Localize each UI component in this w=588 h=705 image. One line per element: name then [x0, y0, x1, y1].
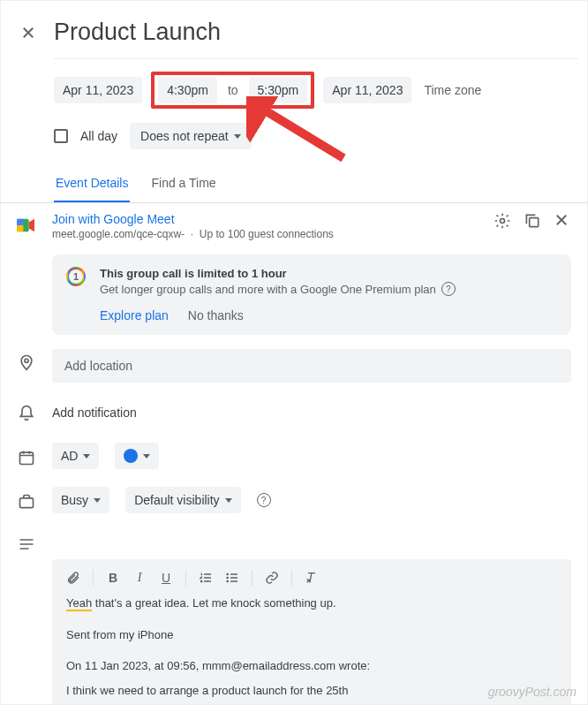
clear-formatting-icon[interactable] [305, 571, 319, 585]
svg-rect-7 [20, 498, 34, 508]
chevron-down-icon [83, 454, 90, 459]
svg-rect-6 [20, 452, 34, 464]
repeat-dropdown[interactable]: Does not repeat [130, 123, 252, 149]
location-input[interactable]: Add location [52, 349, 571, 383]
link-icon[interactable] [265, 571, 279, 585]
google-meet-icon [17, 216, 36, 235]
start-time-chip[interactable]: 4:30pm [158, 77, 217, 103]
chevron-down-icon [143, 454, 150, 459]
add-notification-button[interactable]: Add notification [52, 400, 137, 425]
copy-icon[interactable] [524, 212, 541, 230]
end-time-chip[interactable]: 5:30pm [249, 77, 308, 103]
bell-icon [17, 404, 36, 423]
to-label: to [224, 77, 242, 103]
chevron-down-icon [94, 498, 101, 503]
description-editor[interactable]: B I U Yeah that's a great idea. Let me k… [52, 559, 571, 705]
time-highlight-annotation: 4:30pm to 5:30pm [151, 72, 314, 109]
tab-find-a-time[interactable]: Find a Time [149, 165, 217, 202]
svg-point-8 [227, 573, 228, 574]
remove-meet-icon[interactable] [554, 212, 571, 230]
svg-point-10 [227, 580, 228, 581]
timezone-link[interactable]: Time zone [420, 77, 485, 103]
no-thanks-button[interactable]: No thanks [188, 308, 244, 322]
gear-icon[interactable] [494, 212, 511, 230]
allday-label: All day [80, 129, 117, 143]
tab-event-details[interactable]: Event Details [54, 165, 130, 202]
calendar-icon [17, 448, 36, 467]
start-date-chip[interactable]: Apr 11, 2023 [54, 77, 142, 103]
calendar-owner-dropdown[interactable]: AD [52, 443, 99, 469]
visibility-dropdown[interactable]: Default visibility [125, 487, 240, 513]
color-swatch [124, 449, 138, 463]
attachment-icon[interactable] [66, 571, 80, 585]
explore-plan-button[interactable]: Explore plan [100, 308, 169, 322]
banner-subtitle: Get longer group calls and more with a G… [100, 282, 456, 296]
chevron-down-icon [234, 134, 241, 139]
svg-point-3 [501, 219, 505, 224]
meet-details-text: meet.google.com/qce-cqxw- · Up to 100 gu… [52, 228, 478, 240]
briefcase-icon [17, 492, 36, 512]
description-icon [17, 534, 36, 554]
join-meet-link[interactable]: Join with Google Meet [52, 212, 478, 226]
bullet-list-icon[interactable] [225, 571, 239, 585]
banner-title: This group call is limited to 1 hour [100, 267, 456, 280]
numbered-list-icon[interactable] [199, 571, 213, 585]
italic-icon[interactable]: I [132, 571, 147, 585]
close-icon[interactable] [20, 25, 36, 41]
google-one-banner: This group call is limited to 1 hour Get… [52, 254, 571, 335]
svg-rect-1 [17, 219, 23, 225]
svg-point-5 [25, 359, 28, 362]
availability-dropdown[interactable]: Busy [52, 487, 109, 513]
svg-rect-2 [17, 225, 23, 231]
bold-icon[interactable]: B [106, 571, 120, 585]
location-icon [17, 352, 36, 372]
svg-rect-4 [530, 218, 539, 227]
help-icon[interactable]: ? [257, 493, 271, 507]
description-body[interactable]: Yeah that's a great idea. Let me knock s… [66, 595, 557, 699]
underline-icon[interactable]: U [159, 571, 173, 585]
google-one-icon [66, 267, 86, 286]
allday-checkbox[interactable] [54, 129, 68, 143]
editor-toolbar: B I U [66, 570, 557, 595]
watermark: groovyPost.com [488, 685, 577, 699]
help-icon[interactable]: ? [441, 282, 456, 296]
calendar-color-dropdown[interactable] [115, 443, 159, 469]
event-title-input[interactable] [54, 19, 571, 46]
svg-point-9 [227, 577, 228, 578]
chevron-down-icon [225, 498, 232, 503]
end-date-chip[interactable]: Apr 11, 2023 [323, 77, 411, 103]
